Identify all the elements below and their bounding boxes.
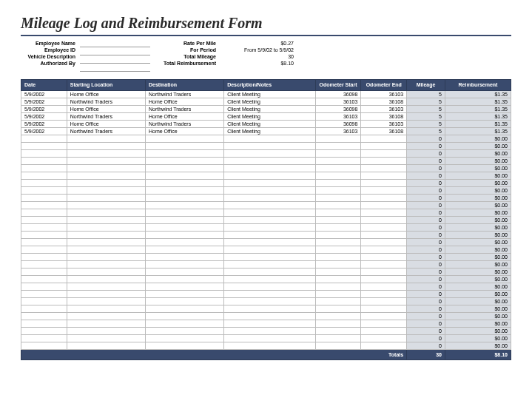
table-cell[interactable] (21, 261, 67, 269)
table-cell[interactable] (315, 224, 361, 232)
table-cell[interactable] (361, 246, 407, 254)
table-cell[interactable] (315, 187, 361, 195)
table-cell[interactable] (315, 328, 361, 335)
table-cell[interactable]: 5/9/2002 (21, 98, 67, 106)
table-cell[interactable] (315, 172, 361, 180)
table-cell[interactable] (315, 305, 361, 313)
table-cell[interactable] (67, 291, 145, 298)
table-cell[interactable] (361, 261, 407, 269)
table-cell[interactable] (224, 180, 316, 187)
table-cell[interactable] (361, 172, 407, 180)
table-cell[interactable]: Client Meeting (224, 91, 316, 98)
table-cell[interactable] (145, 261, 223, 269)
table-cell[interactable]: Northwind Traders (67, 113, 145, 121)
table-cell[interactable] (361, 239, 407, 246)
table-cell[interactable] (67, 187, 145, 195)
table-cell[interactable] (361, 305, 407, 313)
table-cell[interactable]: Northwind Traders (67, 98, 145, 106)
table-cell[interactable]: Home Office (145, 113, 223, 121)
table-cell[interactable] (361, 180, 407, 187)
table-cell[interactable] (145, 172, 223, 180)
table-cell[interactable] (224, 313, 316, 320)
table-cell[interactable] (145, 187, 223, 195)
table-cell[interactable]: 36108 (361, 98, 407, 106)
table-cell[interactable] (145, 135, 223, 143)
table-cell[interactable] (315, 254, 361, 261)
table-cell[interactable]: 5/9/2002 (21, 113, 67, 121)
table-cell[interactable] (67, 224, 145, 232)
table-cell[interactable]: 5/9/2002 (21, 121, 67, 128)
table-cell[interactable] (145, 202, 223, 209)
table-cell[interactable] (315, 261, 361, 269)
table-cell[interactable]: 36103 (315, 98, 361, 106)
table-cell[interactable] (67, 232, 145, 239)
table-cell[interactable] (361, 328, 407, 335)
table-cell[interactable] (21, 187, 67, 195)
table-cell[interactable] (315, 232, 361, 239)
table-cell[interactable] (224, 276, 316, 283)
table-cell[interactable] (315, 165, 361, 172)
table-cell[interactable] (21, 254, 67, 261)
table-cell[interactable] (67, 261, 145, 269)
table-cell[interactable] (224, 232, 316, 239)
table-cell[interactable] (67, 342, 145, 350)
table-cell[interactable]: Client Meeting (224, 113, 316, 121)
table-cell[interactable] (145, 254, 223, 261)
table-cell[interactable] (361, 143, 407, 150)
table-cell[interactable] (224, 150, 316, 158)
table-cell[interactable] (21, 342, 67, 350)
table-cell[interactable] (315, 195, 361, 202)
table-cell[interactable] (21, 172, 67, 180)
table-cell[interactable] (67, 239, 145, 246)
table-cell[interactable] (361, 165, 407, 172)
table-cell[interactable] (67, 180, 145, 187)
table-cell[interactable] (21, 239, 67, 246)
table-cell[interactable] (315, 342, 361, 350)
table-cell[interactable]: Client Meeting (224, 106, 316, 113)
table-cell[interactable] (145, 150, 223, 158)
table-cell[interactable] (67, 165, 145, 172)
table-cell[interactable] (224, 261, 316, 269)
table-cell[interactable] (224, 283, 316, 291)
table-cell[interactable] (361, 320, 407, 328)
table-cell[interactable] (361, 276, 407, 283)
table-cell[interactable] (224, 143, 316, 150)
table-cell[interactable] (67, 217, 145, 224)
table-cell[interactable] (145, 269, 223, 276)
table-cell[interactable] (67, 202, 145, 209)
table-cell[interactable] (224, 165, 316, 172)
table-cell[interactable] (224, 187, 316, 195)
table-cell[interactable] (145, 328, 223, 335)
table-cell[interactable]: 36103 (315, 128, 361, 135)
table-cell[interactable] (224, 291, 316, 298)
table-cell[interactable]: Home Office (67, 121, 145, 128)
table-cell[interactable] (21, 209, 67, 217)
table-cell[interactable] (361, 342, 407, 350)
table-cell[interactable] (67, 254, 145, 261)
table-cell[interactable] (224, 342, 316, 350)
table-cell[interactable] (361, 150, 407, 158)
table-cell[interactable] (361, 313, 407, 320)
table-cell[interactable] (145, 291, 223, 298)
table-cell[interactable] (21, 313, 67, 320)
table-cell[interactable] (224, 195, 316, 202)
table-cell[interactable]: Northwind Traders (145, 91, 223, 98)
table-cell[interactable] (67, 320, 145, 328)
table-cell[interactable] (224, 328, 316, 335)
table-cell[interactable] (224, 246, 316, 254)
table-cell[interactable] (21, 291, 67, 298)
table-cell[interactable] (21, 246, 67, 254)
table-cell[interactable] (361, 158, 407, 165)
table-cell[interactable] (224, 305, 316, 313)
table-cell[interactable] (224, 217, 316, 224)
table-cell[interactable] (21, 224, 67, 232)
table-cell[interactable] (67, 328, 145, 335)
table-cell[interactable] (224, 254, 316, 261)
table-cell[interactable] (21, 202, 67, 209)
table-cell[interactable] (224, 172, 316, 180)
table-cell[interactable] (67, 305, 145, 313)
table-cell[interactable] (315, 239, 361, 246)
table-cell[interactable]: 5/9/2002 (21, 91, 67, 98)
table-cell[interactable] (315, 209, 361, 217)
table-cell[interactable] (67, 276, 145, 283)
